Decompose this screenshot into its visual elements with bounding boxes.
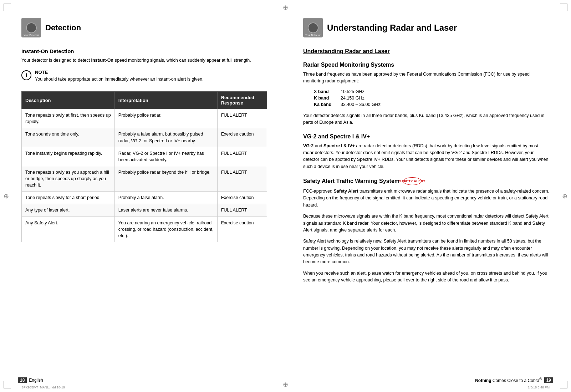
footer-file: SPX955IVT_MANL.indd 18-19 — [21, 386, 65, 389]
col-interpretation: Interpretation — [114, 92, 217, 109]
right-page-header: Your Detector Understanding Radar and La… — [303, 18, 550, 37]
table-row: Tone repeats slowly as you approach a hi… — [22, 166, 267, 191]
cell-interpretation: Radar, VG-2 or Spectre I or IV+ nearby h… — [114, 147, 217, 166]
cell-response: Exercise caution — [217, 128, 267, 147]
safety-para4: When you receive such an alert, please w… — [303, 270, 550, 284]
vg2-heading: VG-2 and Spectre I & IV+ — [303, 133, 550, 140]
left-page-title: Detection — [45, 23, 81, 32]
safety-alert-heading: Safety Alert Traffic Warning System — [303, 178, 399, 184]
table-row: Tone repeats slowly for a short period.P… — [22, 192, 267, 204]
cell-description: Tone sounds one time only. — [22, 128, 115, 147]
cell-description: Any Safety Alert. — [22, 217, 115, 242]
page-num-right: 19 — [544, 377, 553, 383]
cell-response: FULL ALERT — [217, 204, 267, 217]
cell-description: Tone instantly begins repeating rapidly. — [22, 147, 115, 166]
freq-table: X band 10.525 GHz K band 24.150 GHz Ka b… — [314, 89, 550, 107]
radar-heading: Radar Speed Monitoring Systems — [303, 62, 550, 68]
note-icon: i — [21, 70, 31, 80]
detector-label-left: Your Detector — [24, 34, 39, 36]
note-box: i NOTE You should take appropriate actio… — [21, 70, 267, 83]
footer-right: Nothing Comes Close to a Cobra® 19 — [475, 377, 553, 383]
table-row: Tone repeats slowly at first, then speed… — [22, 109, 267, 128]
table-row: Tone instantly begins repeating rapidly.… — [22, 147, 267, 166]
safety-alert-header: Safety Alert Traffic Warning System SAFE… — [303, 177, 550, 185]
cell-response: FULL ALERT — [217, 147, 267, 166]
ka-band-label: Ka band — [314, 102, 333, 107]
cell-interpretation: Probably police radar beyond the hill or… — [114, 166, 217, 191]
detector-icon-left: Your Detector — [21, 18, 41, 37]
x-band-label: X band — [314, 89, 333, 94]
freq-row-x: X band 10.525 GHz — [314, 89, 550, 94]
safety-para2: Because these microwave signals are with… — [303, 213, 550, 234]
cell-response: FULL ALERT — [217, 166, 267, 191]
cell-interpretation: Probably a false alarm, but possibly pul… — [114, 128, 217, 147]
note-content: NOTE You should take appropriate action … — [35, 70, 204, 83]
safety-para3: Safety Alert technology is relatively ne… — [303, 238, 550, 266]
instant-on-text: Your detector is designed to detect Inst… — [21, 57, 267, 64]
right-page: Your Detector Understanding Radar and La… — [285, 0, 571, 392]
instant-on-heading: Instant-On Detection — [21, 48, 267, 54]
k-band-label: K band — [314, 96, 333, 101]
cell-description: Tone repeats slowly for a short period. — [22, 192, 115, 204]
safety-alert-logo: SAFETY ALERT — [403, 177, 422, 185]
right-page-title: Understanding Radar and Laser — [327, 23, 457, 33]
cell-description: Tone repeats slowly as you approach a hi… — [22, 166, 115, 191]
footer-left: 18 English — [18, 377, 43, 383]
radar-note: Your detector detects signals in all thr… — [303, 112, 550, 126]
k-band-freq: 24.150 GHz — [341, 96, 364, 101]
ka-band-freq: 33.400 – 36.00 GHz — [341, 102, 381, 107]
detector-icon-inner-right — [308, 22, 318, 33]
cell-response: FULL ALERT — [217, 109, 267, 128]
detector-icon-right: Your Detector — [303, 18, 323, 37]
freq-row-ka: Ka band 33.400 – 36.00 GHz — [314, 102, 550, 107]
col-description: Description — [22, 92, 115, 109]
safety-para1: FCC-approved Safety Alert transmitters e… — [303, 188, 550, 209]
page-label-left: English — [29, 378, 43, 383]
detection-table: Description Interpretation Recommended R… — [21, 91, 267, 242]
cell-interpretation: Probably police radar. — [114, 109, 217, 128]
understanding-heading-underlined: Understanding Radar and Laser — [303, 48, 550, 55]
table-row: Any type of laser alert.Laser alerts are… — [22, 204, 267, 217]
left-page: Your Detector Detection Instant-On Detec… — [0, 0, 285, 392]
cell-response: Exercise caution — [217, 192, 267, 204]
footer-date: 1/5/18 3:46 PM — [528, 386, 550, 389]
page-num-left: 18 — [18, 377, 27, 383]
cell-interpretation: Probably a false alarm. — [114, 192, 217, 204]
cell-response: Exercise caution — [217, 217, 267, 242]
note-title: NOTE — [35, 70, 204, 75]
detector-label-right: Your Detector — [305, 34, 321, 36]
cell-interpretation: Laser alerts are never false alarms. — [114, 204, 217, 217]
cell-interpretation: You are nearing an emergency vehicle, ra… — [114, 217, 217, 242]
detector-icon-inner — [26, 22, 37, 33]
nothing-text: Nothing Comes Close to a Cobra® — [475, 377, 542, 383]
radar-intro: Three band frequencies have been approve… — [303, 71, 550, 85]
left-page-header: Your Detector Detection — [21, 18, 267, 37]
page-container: Your Detector Detection Instant-On Detec… — [0, 0, 571, 392]
safety-alert-logo-text: SAFETY ALERT — [399, 179, 425, 183]
cell-description: Tone repeats slowly at first, then speed… — [22, 109, 115, 128]
table-row: Tone sounds one time only.Probably a fal… — [22, 128, 267, 147]
cell-description: Any type of laser alert. — [22, 204, 115, 217]
table-row: Any Safety Alert.You are nearing an emer… — [22, 217, 267, 242]
x-band-freq: 10.525 GHz — [341, 89, 364, 94]
note-text: You should take appropriate action immed… — [35, 76, 204, 83]
vg2-text: VG-2 and Spectre I & IV+ are radar detec… — [303, 143, 550, 170]
freq-row-k: K band 24.150 GHz — [314, 96, 550, 101]
col-response: Recommended Response — [217, 92, 267, 109]
